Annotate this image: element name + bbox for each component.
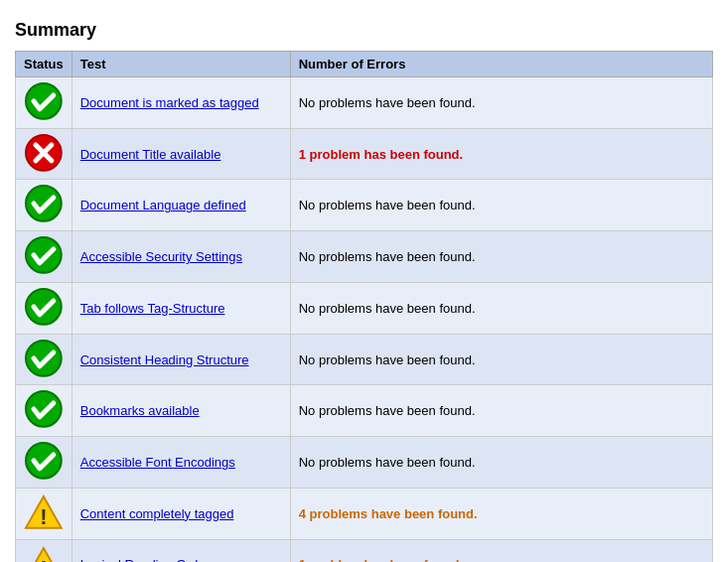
test-link[interactable]: Logical Reading Order [80,557,210,562]
test-cell: Document Language defined [72,180,290,231]
table-row: Document Language definedNo problems hav… [16,180,713,231]
test-cell: Content completely tagged [72,488,290,539]
error-cell: 1 problem has been found. [290,128,712,180]
test-link[interactable]: Bookmarks available [80,403,200,418]
status-cell [16,334,73,385]
test-cell: Consistent Heading Structure [72,334,290,385]
test-cell: Document Title available [72,128,290,180]
error-cell: 1 problem has been found. [290,539,712,562]
test-link[interactable]: Consistent Heading Structure [80,352,249,367]
svg-point-9 [26,443,62,479]
summary-header-errors: Number of Errors [290,52,712,77]
test-link[interactable]: Document is marked as tagged [80,95,259,110]
test-link[interactable]: Document Language defined [80,198,246,212]
svg-point-7 [26,341,62,376]
error-cell: No problems have been found. [290,180,712,231]
error-cell: No problems have been found. [290,437,712,489]
summary-title: Summary [15,20,713,41]
svg-point-8 [26,391,62,427]
status-cell [16,437,73,489]
status-cell [16,128,73,180]
summary-header-test: Test [72,52,290,77]
status-cell [16,77,73,129]
status-cell [16,180,73,231]
test-cell: Accessible Security Settings [72,231,290,283]
status-cell [16,282,73,334]
table-row: ! Content completely tagged4 problems ha… [16,488,713,539]
summary-header-status: Status [16,52,73,77]
summary-table: Status Test Number of Errors Document is… [15,51,713,562]
table-row: Accessible Font EncodingsNo problems hav… [16,437,713,489]
status-cell [16,231,73,283]
error-cell: No problems have been found. [290,231,712,283]
test-cell: Bookmarks available [72,385,290,437]
test-link[interactable]: Document Title available [80,147,221,162]
svg-point-4 [26,186,62,221]
test-link[interactable]: Accessible Font Encodings [80,455,235,470]
error-cell: 4 problems have been found. [290,488,712,539]
table-row: ! Logical Reading Order1 problem has bee… [16,539,713,562]
table-row: Document Title available1 problem has be… [16,128,713,180]
error-text: 1 problem has been found. [299,557,463,562]
test-link[interactable]: Tab follows Tag-Structure [80,301,225,316]
status-cell [16,385,73,437]
test-cell: Tab follows Tag-Structure [72,282,290,334]
test-cell: Accessible Font Encodings [72,437,290,489]
svg-point-0 [26,83,62,119]
test-cell: Document is marked as tagged [72,77,290,129]
table-row: Accessible Security SettingsNo problems … [16,231,713,283]
status-cell: ! [16,488,73,539]
svg-text:!: ! [40,504,47,529]
status-cell: ! [16,539,73,562]
error-cell: No problems have been found. [290,282,712,334]
test-link[interactable]: Content completely tagged [80,506,234,521]
table-row: Bookmarks availableNo problems have been… [16,385,713,437]
svg-text:!: ! [40,555,47,562]
table-row: Document is marked as taggedNo problems … [16,77,713,129]
table-row: Tab follows Tag-StructureNo problems hav… [16,282,713,334]
test-cell: Logical Reading Order [72,539,290,562]
table-row: Consistent Heading StructureNo problems … [16,334,713,385]
test-link[interactable]: Accessible Security Settings [80,249,242,264]
error-text: 4 problems have been found. [299,506,478,521]
error-cell: No problems have been found. [290,334,712,385]
svg-point-5 [26,237,62,273]
svg-point-6 [26,289,62,325]
error-cell: No problems have been found. [290,77,712,129]
error-text: 1 problem has been found. [299,147,463,162]
error-cell: No problems have been found. [290,385,712,437]
